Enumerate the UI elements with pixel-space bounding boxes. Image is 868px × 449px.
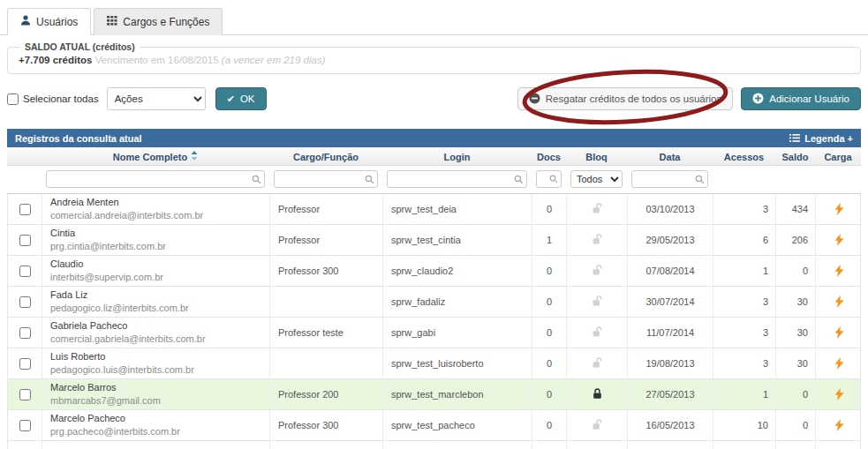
row-checkbox[interactable] — [19, 204, 31, 215]
login-cell: sprw_fadaliz — [383, 287, 532, 317]
row-checkbox-cell — [8, 410, 42, 440]
lock-open-icon[interactable] — [592, 265, 602, 278]
filter-acessos-empty — [713, 170, 775, 188]
saldo-cell: 30 — [776, 287, 816, 317]
cargo-cell: Professor 200 — [270, 379, 383, 409]
lock-open-icon[interactable] — [592, 296, 602, 309]
filter-data — [627, 170, 713, 188]
row-checkbox[interactable] — [19, 235, 31, 246]
row-checkbox[interactable] — [19, 358, 31, 370]
nome-filter-input[interactable] — [46, 170, 265, 188]
table-row: Gabriela Pachecocomercial.gabriela@inter… — [8, 318, 860, 348]
carga-cell — [816, 256, 862, 286]
search-icon — [252, 175, 261, 186]
lock-open-icon[interactable] — [592, 357, 602, 370]
cargo-cell — [270, 287, 383, 317]
header-data[interactable]: Data — [627, 147, 713, 165]
tab-usuarios[interactable]: Usuários — [7, 8, 91, 35]
user-email: mbmarcabs7@gmail.com — [50, 394, 161, 408]
ok-button[interactable]: ✔ OK — [215, 87, 267, 110]
login-cell: sprw_test_luisroberto — [383, 348, 532, 378]
header-docs[interactable]: Docs — [532, 147, 566, 165]
header-saldo[interactable]: Saldo — [775, 147, 815, 165]
header-bloq[interactable]: Bloq — [566, 147, 627, 165]
row-checkbox[interactable] — [19, 266, 31, 277]
acessos-cell: 3 — [713, 287, 776, 317]
table-row: Marcelo Barrosmbmarcabs7@gmail.comProfes… — [8, 379, 860, 410]
search-icon — [695, 175, 705, 186]
header-cargo-funcao[interactable]: Cargo/Função — [269, 147, 382, 165]
name-cell: Marcelo Pacheco — [42, 441, 270, 449]
row-checkbox[interactable] — [19, 296, 31, 308]
tab-usuarios-label: Usuários — [36, 16, 78, 28]
bloq-filter-select[interactable]: Todos — [570, 170, 623, 188]
right-actions: Resgatar créditos de todos os usuários A… — [517, 87, 861, 110]
carga-cell — [816, 194, 862, 224]
adicionar-usuario-button[interactable]: Adicionar Usuário — [741, 87, 861, 110]
name-cell: Claudiointerbits@supervip.com.br — [42, 256, 270, 286]
header-acessos[interactable]: Acessos — [713, 147, 775, 165]
table-row: Marcelo PachecoProfessor 200test_pacheco… — [8, 441, 860, 449]
row-checkbox[interactable] — [19, 420, 31, 431]
tab-cargos-funcoes[interactable]: Cargos e Funções — [94, 8, 223, 35]
table-title: Registros da consulta atual — [15, 133, 142, 144]
login-cell: sprw_test_cintia — [383, 225, 532, 255]
user-email: prg.pacheco@interbits.com.br — [50, 425, 180, 438]
row-checkbox[interactable] — [19, 389, 31, 400]
row-checkbox-cell — [8, 287, 42, 317]
date-cell: 29/05/2013 — [628, 225, 713, 255]
lock-closed-icon[interactable] — [593, 388, 602, 401]
bloq-cell — [567, 348, 628, 378]
row-checkbox[interactable] — [19, 327, 31, 339]
login-filter-input[interactable] — [387, 170, 527, 188]
bolt-icon[interactable] — [834, 388, 844, 400]
user-name: Marcelo Pacheco — [50, 412, 125, 425]
bloq-cell — [567, 441, 628, 449]
acoes-select[interactable]: Ações — [107, 87, 206, 110]
cargo-filter-input[interactable] — [274, 170, 378, 188]
grid-icon — [107, 16, 117, 28]
saldo-cell: 30 — [776, 348, 816, 378]
row-checkbox-cell — [8, 379, 42, 409]
acessos-cell: 3 — [713, 194, 776, 224]
bolt-icon[interactable] — [834, 296, 844, 308]
select-all-checkbox[interactable] — [7, 94, 19, 105]
lock-open-icon[interactable] — [592, 326, 602, 340]
date-cell: 12/08/2013 — [628, 441, 713, 449]
user-email: pedagogico.luis@interbits.com.br — [50, 363, 194, 377]
bolt-icon[interactable] — [834, 265, 844, 277]
bolt-icon[interactable] — [834, 419, 844, 431]
bolt-icon[interactable] — [834, 326, 844, 339]
lock-open-icon[interactable] — [592, 419, 602, 432]
row-checkbox-cell — [8, 348, 42, 378]
bolt-icon[interactable] — [834, 203, 844, 215]
legenda-label: Legenda + — [804, 133, 853, 144]
saldo-cell: 0 — [776, 256, 816, 286]
table-filter-row: Todos — [7, 166, 861, 194]
user-name: Luis Roberto — [50, 350, 105, 363]
user-name: Andreia Menten — [50, 196, 119, 209]
filter-nome — [42, 170, 269, 188]
legenda-toggle[interactable]: Legenda + — [789, 133, 853, 144]
resgatar-creditos-button[interactable]: Resgatar créditos de todos os usuários — [517, 87, 733, 110]
header-login[interactable]: Login — [382, 147, 532, 165]
bolt-icon[interactable] — [834, 234, 844, 246]
acessos-cell: 10 — [713, 410, 776, 440]
bolt-icon[interactable] — [834, 357, 844, 370]
name-cell: Marcelo Barrosmbmarcabs7@gmail.com — [42, 379, 270, 409]
name-cell: Gabriela Pachecocomercial.gabriela@inter… — [42, 318, 270, 348]
lock-open-icon[interactable] — [592, 203, 602, 216]
docs-cell: 0 — [532, 318, 567, 348]
header-nome-completo[interactable]: Nome Completo — [42, 147, 269, 165]
carga-cell — [816, 318, 862, 348]
name-cell: Luis Robertopedagogico.luis@interbits.co… — [42, 348, 270, 378]
bloq-cell — [567, 410, 628, 440]
table-row: Andreia Mentencomercial.andreia@interbit… — [8, 194, 860, 225]
name-cell: Andreia Mentencomercial.andreia@interbit… — [42, 194, 270, 224]
header-carga[interactable]: Carga — [815, 147, 861, 165]
lock-open-icon[interactable] — [592, 234, 602, 247]
acessos-cell: 3 — [713, 348, 776, 378]
user-name: Fada Liz — [50, 288, 87, 302]
filter-saldo-empty — [775, 170, 815, 188]
carga-cell — [816, 225, 862, 255]
